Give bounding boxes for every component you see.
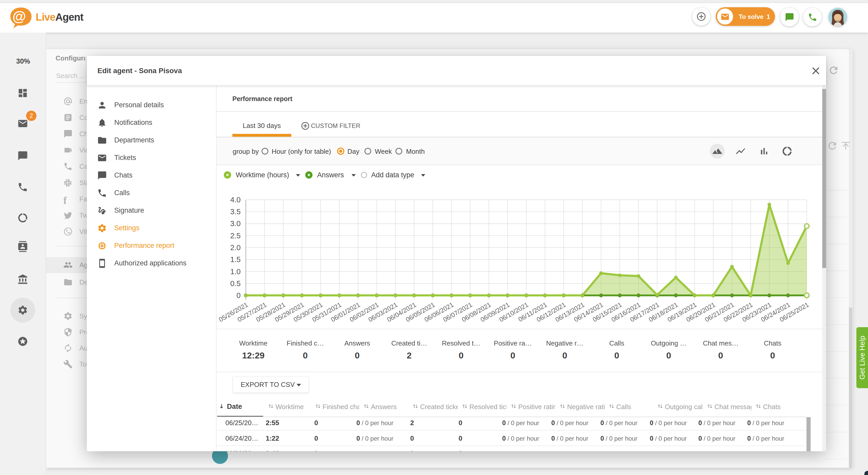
svg-text:0: 0 xyxy=(237,291,241,299)
svg-text:0.5: 0.5 xyxy=(230,279,241,288)
svg-text:4.0: 4.0 xyxy=(230,196,241,204)
svg-text:@: @ xyxy=(12,8,26,24)
svg-text:2.0: 2.0 xyxy=(230,244,241,252)
svg-text:1.5: 1.5 xyxy=(230,255,241,263)
svg-text:1.0: 1.0 xyxy=(230,267,241,276)
svg-text:3.0: 3.0 xyxy=(230,219,241,228)
svg-text:3.5: 3.5 xyxy=(230,208,241,216)
svg-text:2.5: 2.5 xyxy=(230,231,241,240)
